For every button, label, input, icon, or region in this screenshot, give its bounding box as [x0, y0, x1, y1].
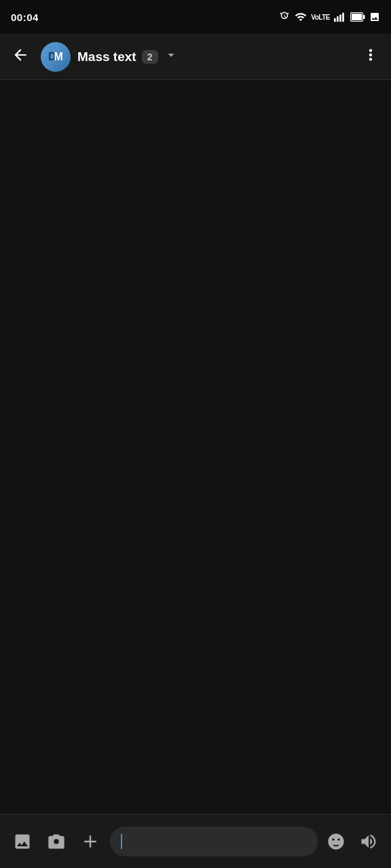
more-menu-button[interactable]: [357, 43, 384, 71]
more-dots-icon: [362, 46, 379, 68]
chat-messages-area: [0, 80, 391, 814]
battery-icon: [350, 12, 365, 22]
camera-button[interactable]: [42, 827, 71, 856]
svg-rect-0: [334, 18, 336, 22]
svg-rect-5: [352, 14, 362, 20]
gallery-button[interactable]: [8, 827, 37, 856]
svg-rect-2: [339, 14, 341, 22]
status-time: 00:04: [11, 12, 39, 23]
message-input[interactable]: [110, 827, 318, 856]
text-cursor: [121, 834, 122, 849]
svg-rect-6: [363, 15, 365, 19]
status-bar: 00:04 VoLTE: [0, 0, 391, 34]
back-arrow-icon: [12, 46, 29, 68]
status-icons: VoLTE: [278, 11, 380, 23]
conversation-header: DM Mass text 2: [0, 34, 391, 80]
bottom-input-bar: [0, 814, 391, 868]
volte-icon: VoLTE: [311, 14, 330, 21]
alarm-icon: [278, 11, 291, 23]
add-attachment-button[interactable]: [76, 827, 105, 856]
emoji-button[interactable]: [323, 829, 349, 854]
participant-count-badge: 2: [142, 50, 158, 64]
conversation-title-area[interactable]: Mass text 2: [77, 47, 350, 66]
signal-icon: [334, 12, 346, 22]
svg-rect-1: [337, 16, 339, 22]
voice-button[interactable]: [354, 827, 383, 856]
back-button[interactable]: [7, 43, 34, 71]
chevron-down-icon: [164, 47, 179, 66]
conversation-title: Mass text: [77, 50, 136, 64]
wifi-icon: [295, 11, 307, 23]
svg-rect-3: [342, 13, 344, 22]
avatar: DM: [41, 42, 71, 72]
photo-indicator-icon: [369, 12, 380, 22]
